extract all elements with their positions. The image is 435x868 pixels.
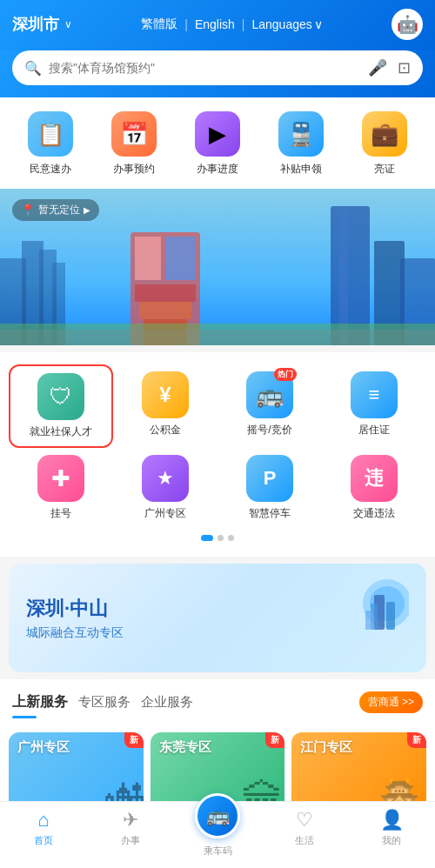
yaohao-label: 摇号/竞价 <box>247 423 291 437</box>
jm-new-badge: 新 <box>407 732 426 748</box>
chengma-icon-wrap: 🚌 <box>195 793 240 838</box>
yingshang-btn[interactable]: 营商通 >> <box>359 691 423 713</box>
yaohao-icon-wrap: 🚌 热门 <box>246 371 293 418</box>
minyi-icon: 📋 <box>28 111 73 157</box>
header-nav: 繁體版 | English | Languages ∨ <box>141 17 323 32</box>
nav-home[interactable]: ⌂ 首页 <box>0 809 87 858</box>
tingche-icon: P <box>264 467 277 490</box>
location-pin-icon: 📍 <box>21 204 35 217</box>
svg-rect-21 <box>386 602 395 630</box>
butie-icon: 🚆 <box>278 111 324 157</box>
jiuye-icon: 🛡 <box>50 384 72 411</box>
city-banner: 📍 暂无定位 ▶ <box>0 189 435 345</box>
guangzhou-label: 广州专区 <box>144 506 186 521</box>
jm-label: 江门专区 <box>300 739 352 756</box>
action-liangzheng[interactable]: 💼 亮证 <box>350 111 419 177</box>
action-minyi[interactable]: 📋 民意速办 <box>16 111 85 177</box>
svg-rect-17 <box>0 330 435 345</box>
banner-bg: 📍 暂无定位 ▶ <box>0 189 435 345</box>
tab-qiye[interactable]: 企业服务 <box>141 691 204 714</box>
service-gjj[interactable]: ¥ 公积金 <box>113 364 218 448</box>
service-jiuye[interactable]: 🛡 就业社保人才 <box>9 364 113 448</box>
robot-icon: 🤖 <box>397 14 418 35</box>
nav-banshi[interactable]: ✈ 办事 <box>87 809 174 858</box>
search-icon: 🔍 <box>24 60 42 77</box>
voice-icon[interactable]: 🎤 <box>368 58 387 77</box>
action-jindu[interactable]: ▶ 办事进度 <box>183 111 252 177</box>
service-tingche[interactable]: P 智慧停车 <box>218 448 322 528</box>
service-guahao[interactable]: ✚ 挂号 <box>9 448 113 528</box>
search-inner[interactable]: 🔍 🎤 ⊡ <box>12 50 423 85</box>
dot-1 <box>201 535 213 541</box>
chengma-icon: 🚌 <box>206 805 230 827</box>
quick-actions: 📋 民意速办 📅 办事预约 ▶ 办事进度 🚆 补贴申领 💼 亮证 <box>0 97 435 189</box>
english-btn[interactable]: English <box>195 17 235 31</box>
nav-shenghuo[interactable]: ♡ 生活 <box>261 809 348 858</box>
action-butie[interactable]: 🚆 补贴申领 <box>266 111 336 177</box>
home-icon: ⌂ <box>37 809 49 831</box>
tabs-section: 上新服务 专区服务 企业服务 营商通 >> <box>0 679 435 722</box>
jindu-icon: ▶ <box>195 111 240 157</box>
service-guangzhou[interactable]: ★ 广州专区 <box>113 448 218 528</box>
minyi-label: 民意速办 <box>30 162 71 177</box>
gz-new-badge: 新 <box>124 732 144 748</box>
location-arrow-icon: ▶ <box>84 205 90 215</box>
scan-icon[interactable]: ⊡ <box>398 58 411 77</box>
jiuye-icon-wrap: 🛡 <box>37 373 84 420</box>
search-input[interactable] <box>49 61 361 75</box>
header-left: 深圳市 ∨ <box>12 14 72 35</box>
dg-label: 东莞专区 <box>159 739 211 756</box>
tab-zhuanqu[interactable]: 专区服务 <box>78 691 141 714</box>
promo-city-svg <box>322 578 409 647</box>
promo-graphic <box>322 578 409 658</box>
guangzhou-icon: ★ <box>157 467 174 490</box>
guangzhou-icon-wrap: ★ <box>142 455 189 502</box>
promo-title: 深圳·中山 <box>26 596 124 622</box>
banshi-nav-label: 办事 <box>121 834 140 847</box>
yaohao-icon: 🚌 <box>256 382 284 409</box>
languages-btn[interactable]: Languages ∨ <box>251 17 322 31</box>
tab-shangxin[interactable]: 上新服务 <box>12 690 78 715</box>
svg-rect-8 <box>135 284 196 302</box>
butie-label: 补贴申领 <box>280 162 322 177</box>
city-name[interactable]: 深圳市 <box>12 14 59 35</box>
action-banshi[interactable]: 📅 办事预约 <box>99 111 169 177</box>
jiuye-label: 就业社保人才 <box>30 424 92 439</box>
juzhu-icon-wrap: ≡ <box>351 371 398 418</box>
gjj-icon-wrap: ¥ <box>142 371 189 418</box>
promo-banner[interactable]: 深圳·中山 城际融合互动专区 <box>9 564 426 672</box>
guahao-icon-wrap: ✚ <box>37 455 84 502</box>
nav-mine[interactable]: 👤 我的 <box>348 809 435 858</box>
city-dropdown-icon[interactable]: ∨ <box>64 18 72 30</box>
dot-3 <box>228 535 234 541</box>
sep1: | <box>184 17 188 31</box>
banshi-label: 办事预约 <box>113 162 155 177</box>
jindu-label: 办事进度 <box>197 162 238 177</box>
tingche-label: 智慧停车 <box>249 506 291 521</box>
robot-avatar[interactable]: 🤖 <box>392 9 423 40</box>
guahao-icon: ✚ <box>51 465 70 492</box>
dot-2 <box>218 535 224 541</box>
bottom-nav: ⌂ 首页 ✈ 办事 🚌 乘车码 ♡ 生活 👤 我的 <box>0 801 435 868</box>
page-dots <box>9 528 426 544</box>
mine-label: 我的 <box>382 834 401 847</box>
nav-chengma[interactable]: 🚌 乘车码 <box>174 809 261 858</box>
banshi-nav-icon: ✈ <box>123 809 138 831</box>
jiaotong-icon: 违 <box>365 465 384 491</box>
sep2: | <box>242 17 245 31</box>
liangzheng-icon: 💼 <box>362 111 407 157</box>
jiaotong-icon-wrap: 违 <box>351 455 398 502</box>
svg-rect-22 <box>371 604 378 630</box>
service-jiaotong[interactable]: 违 交通违法 <box>322 448 426 528</box>
service-juzhu[interactable]: ≡ 居住证 <box>322 364 426 448</box>
search-actions: 🎤 ⊡ <box>368 58 411 77</box>
mine-icon: 👤 <box>380 809 404 831</box>
banshi-icon: 📅 <box>111 111 157 157</box>
juzhu-icon: ≡ <box>369 384 380 406</box>
gjj-label: 公积金 <box>150 423 181 437</box>
service-yaohao[interactable]: 🚌 热门 摇号/竞价 <box>218 364 322 448</box>
traditional-btn[interactable]: 繁體版 <box>141 17 177 32</box>
guahao-label: 挂号 <box>50 506 71 521</box>
tingche-icon-wrap: P <box>246 455 293 502</box>
banner-location[interactable]: 📍 暂无定位 ▶ <box>12 199 99 221</box>
